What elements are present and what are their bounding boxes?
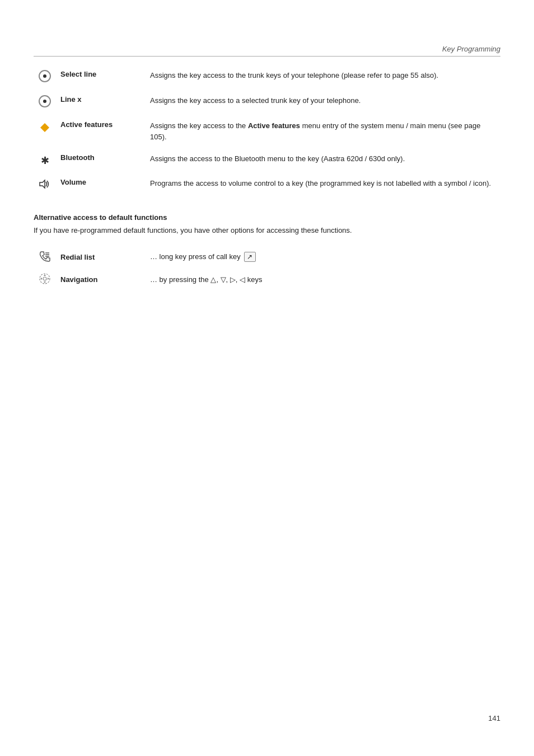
bluetooth-icon-cell: ✱ xyxy=(34,148,56,172)
line-x-icon xyxy=(39,95,51,107)
header-divider xyxy=(34,56,500,57)
active-features-label: Active features xyxy=(56,115,146,148)
table-row: ✱ Bluetooth Assigns the access to the Bl… xyxy=(34,148,500,172)
table-row: Navigation … by pressing the △, ▽, ▷, ◁ … xyxy=(34,268,500,291)
line-x-desc: Assigns the key access to a selected tru… xyxy=(146,90,500,115)
svg-marker-7 xyxy=(44,274,46,276)
bluetooth-icon: ✱ xyxy=(41,155,49,166)
svg-marker-8 xyxy=(44,281,46,283)
call-key-symbol: ↗ xyxy=(244,252,256,262)
svg-point-6 xyxy=(43,277,46,280)
table-row: Redial list … long key press of call key… xyxy=(34,246,500,268)
redial-list-icon xyxy=(38,255,51,264)
svg-marker-9 xyxy=(40,278,42,280)
svg-marker-10 xyxy=(48,278,49,280)
main-content: Select line Assigns the key access to th… xyxy=(34,64,500,291)
active-features-icon xyxy=(40,126,50,134)
volume-icon-cell xyxy=(34,172,56,196)
table-row: Volume Programs the access to volume con… xyxy=(34,172,500,196)
alt-features-table: Redial list … long key press of call key… xyxy=(34,246,500,291)
redial-list-desc: … long key press of call key ↗ xyxy=(146,246,500,268)
active-features-desc: Assigns the key access to the Active fea… xyxy=(146,115,500,148)
alternative-section-desc: If you have re-programmed default functi… xyxy=(34,225,500,236)
navigation-icon xyxy=(39,278,51,287)
redial-list-icon-cell xyxy=(34,246,56,268)
volume-desc: Programs the access to volume control to… xyxy=(146,172,500,196)
table-row: Line x Assigns the key access to a selec… xyxy=(34,90,500,115)
bluetooth-label: Bluetooth xyxy=(56,148,146,172)
page-title: Key Programming xyxy=(442,45,500,53)
navigation-desc: … by pressing the △, ▽, ▷, ◁ keys xyxy=(146,268,500,291)
active-features-icon-cell xyxy=(34,115,56,148)
select-line-desc: Assigns the key access to the trunk keys… xyxy=(146,64,500,90)
table-row: Active features Assigns the key access t… xyxy=(34,115,500,148)
navigation-label: Navigation xyxy=(56,268,146,291)
select-line-label: Select line xyxy=(56,64,146,90)
page-number: 141 xyxy=(488,714,500,722)
alternative-section-title: Alternative access to default functions xyxy=(34,213,500,222)
features-table: Select line Assigns the key access to th… xyxy=(34,64,500,196)
bluetooth-desc: Assigns the access to the Bluetooth menu… xyxy=(146,148,500,172)
line-x-icon-cell xyxy=(34,90,56,115)
select-line-icon-cell xyxy=(34,64,56,90)
navigation-icon-cell xyxy=(34,268,56,291)
line-x-label: Line x xyxy=(56,90,146,115)
svg-marker-0 xyxy=(40,123,49,132)
svg-marker-1 xyxy=(40,180,45,188)
redial-list-label: Redial list xyxy=(56,246,146,268)
active-features-bold: Active features xyxy=(248,121,300,130)
volume-icon xyxy=(39,181,51,191)
table-row: Select line Assigns the key access to th… xyxy=(34,64,500,90)
volume-label: Volume xyxy=(56,172,146,196)
select-line-icon xyxy=(39,70,51,82)
